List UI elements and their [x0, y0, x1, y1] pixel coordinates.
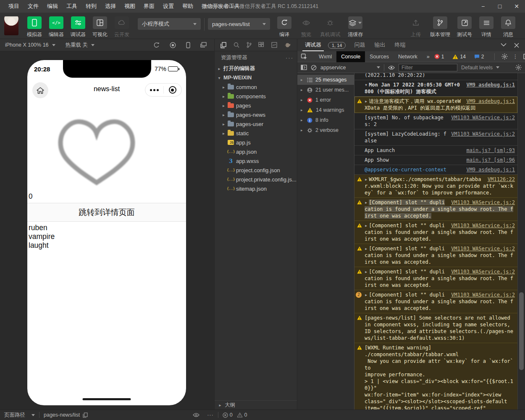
devtools-settings-icon[interactable] [501, 53, 508, 60]
context-select[interactable]: appservice [320, 65, 380, 71]
chevron-right-icon[interactable]: ▸ [365, 223, 368, 228]
console-log-row[interactable]: VM1103 WAService.js:2▸[Component] slot "… [354, 198, 517, 221]
console-log-row[interactable]: VM1126:22▸WXMLRT_$gwx:./components/tabba… [354, 175, 517, 198]
message-count[interactable]: 2 [474, 54, 484, 60]
error-count[interactable]: 1 [434, 54, 444, 60]
console-filter-verbose[interactable]: ▸2 verbose [297, 125, 354, 135]
console-log-row[interactable]: VM9 asdebug.js:1@appservice-current-cont… [354, 165, 517, 175]
devtools-menu-icon[interactable]: ⋮ [513, 53, 519, 60]
console-log-row[interactable]: 2VM1103 WAService.js:2▸[Component] slot … [354, 290, 517, 313]
capsule-close-icon[interactable] [164, 86, 182, 94]
maximize-button[interactable]: □ [491, 0, 508, 13]
details-button[interactable]: 详情 [475, 16, 497, 38]
rotate-icon[interactable] [153, 42, 160, 48]
npm-icon[interactable] [271, 42, 277, 48]
tree-item-static[interactable]: ▸static [215, 129, 297, 138]
console-settings-icon[interactable] [515, 64, 522, 71]
version-control-button[interactable]: 版本管理 [427, 16, 454, 38]
menu-item-1[interactable]: 文件 [24, 0, 43, 13]
menu-item-10[interactable]: 微信开发者工具 [197, 0, 244, 13]
menu-item-8[interactable]: 设置 [159, 0, 178, 13]
chevron-down-icon[interactable]: ▾ [365, 82, 368, 88]
tab-network[interactable]: Network [394, 51, 422, 62]
log-source-link[interactable]: VM1126:22 [488, 176, 515, 183]
home-indicator[interactable] [83, 398, 131, 400]
close-button[interactable]: ✕ [508, 0, 525, 13]
console-log-row[interactable]: (2022.1.10 20:20:22) [354, 73, 517, 80]
log-source-link[interactable]: VM1103 WAService.js:2 [451, 268, 515, 275]
messages-button[interactable]: 消息 [497, 16, 519, 38]
source-control-icon[interactable] [247, 42, 252, 48]
console-log-row[interactable]: [pages-news/list] Some selectors are not… [354, 313, 517, 343]
log-source-link[interactable]: VM1103 WAService.js:2 [451, 222, 515, 229]
menu-item-3[interactable]: 工具 [62, 0, 81, 13]
log-source-link[interactable]: VM1103 WAService.js:2 [451, 291, 515, 298]
console-filter-warning[interactable]: ▸14 warnings [297, 105, 354, 115]
tree-item-app.js[interactable]: JSapp.js [215, 138, 297, 147]
console-log-row[interactable]: VM1103 WAService.js:2▸[Component] slot "… [354, 267, 517, 290]
chevron-right-icon[interactable]: ▸ [365, 98, 368, 104]
console-log-row[interactable]: VM1103 WAService.js:2▸[Component] slot "… [354, 244, 517, 267]
search-icon[interactable] [234, 42, 239, 48]
outline-section[interactable]: ▸ 大纲 [215, 400, 297, 410]
page-path-select[interactable]: pages-news/list [208, 18, 270, 30]
open-editors-section[interactable]: ▸ 打开的编辑器 [215, 64, 297, 73]
simulator-button[interactable]: 模拟器 [24, 16, 45, 38]
copy-icon[interactable] [83, 412, 88, 418]
tab-output[interactable]: 输出 [372, 39, 388, 51]
tab-sources[interactable]: Sources [365, 51, 394, 62]
mode-select[interactable]: 小程序模式 [138, 18, 201, 30]
menu-item-7[interactable]: 界面 [139, 0, 159, 13]
capsule-menu[interactable] [145, 83, 182, 97]
tree-item-app.json[interactable]: {..}app.json [215, 147, 297, 156]
menu-item-0[interactable]: 项目 [4, 0, 24, 13]
log-levels-select[interactable]: Default levels [461, 65, 499, 71]
extensions-icon[interactable] [258, 42, 264, 48]
console-log-row[interactable]: VM9 asdebug.js:1▸请注意游客模式下，调用 wx.operateW… [354, 97, 517, 113]
log-source-link[interactable]: VM9 asdebug.js:1 [466, 98, 515, 105]
user-avatar[interactable] [4, 16, 18, 35]
log-source-link[interactable]: VM1103 WAService.js:2 [451, 131, 515, 137]
menu-item-4[interactable]: 转到 [81, 0, 101, 13]
tab-wxml[interactable]: Wxml [314, 51, 336, 62]
tab-problems[interactable]: 问题 [352, 39, 368, 51]
wxml-problem-counts[interactable]: 0 0 [218, 412, 252, 418]
filter-input[interactable] [399, 64, 457, 71]
log-source-link[interactable]: VM9 asdebug.js:1 [466, 166, 515, 173]
clear-console-icon[interactable] [311, 65, 317, 71]
jump-detail-button[interactable]: 跳转到详情页面 [27, 203, 186, 222]
device-select[interactable]: iPhone X 100% 16 [0, 42, 60, 48]
more-dots-icon[interactable] [145, 89, 163, 91]
menu-item-9[interactable]: 帮助 [178, 0, 197, 13]
page-path-select[interactable]: 页面路径 [0, 412, 39, 419]
tree-item-pages-user[interactable]: ▸pages-user [215, 119, 297, 129]
tab-terminal[interactable]: 终端 [392, 39, 408, 51]
multi-window-icon[interactable] [200, 42, 207, 48]
clear-cache-button[interactable]: 清缓存 [343, 16, 368, 38]
close-panel-icon[interactable] [514, 43, 519, 48]
log-source-link[interactable]: VM1103 WAService.js:2 [451, 114, 515, 121]
compile-button[interactable]: 编译 [273, 16, 295, 38]
menu-item-2[interactable]: 编辑 [43, 0, 62, 13]
statusbar-more-button[interactable]: ··· [207, 412, 214, 418]
console-filter-info[interactable]: ▸8 info [297, 115, 354, 125]
tab-console[interactable]: Console [336, 51, 365, 62]
console-filter-user[interactable]: ▸21 user mes... [297, 85, 354, 95]
watch-icon[interactable] [193, 412, 200, 417]
panel-left-icon[interactable] [301, 65, 307, 70]
log-source-link[interactable]: main.js? [sm]:96 [466, 157, 515, 163]
dock-side-icon[interactable] [523, 54, 525, 59]
menu-item-5[interactable]: 选择 [101, 0, 120, 13]
tree-item-common[interactable]: ▸common [215, 82, 297, 92]
live-expression-eye-icon[interactable] [388, 65, 395, 70]
console-log-row[interactable]: main.js? [sm]:96App Show [354, 155, 517, 165]
inspect-element-icon[interactable] [297, 53, 311, 60]
tree-item-sitemap.json[interactable]: {..}sitemap.json [215, 184, 297, 193]
chevron-right-icon[interactable]: ▸ [365, 292, 368, 298]
visualize-button[interactable]: 可视化 [89, 16, 111, 38]
teapot-icon[interactable] [284, 42, 291, 47]
editor-button[interactable]: </> 编辑器 [45, 16, 67, 38]
console-log-row[interactable]: VM1103 WAService.js:2▸[Component] slot "… [354, 221, 517, 244]
chevron-right-icon[interactable]: ▸ [365, 200, 368, 205]
tree-item-pages[interactable]: ▸pages [215, 101, 297, 110]
